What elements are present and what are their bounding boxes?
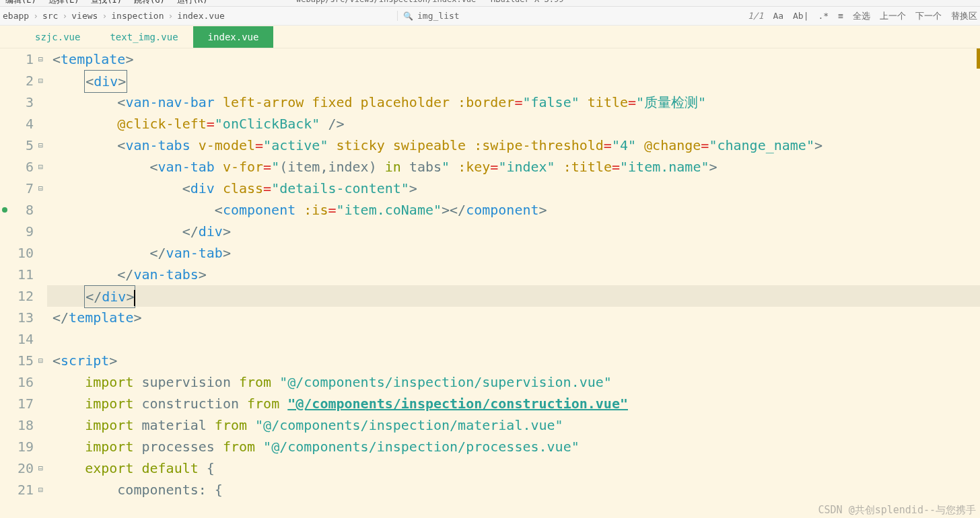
breadcrumb: ebapp› src› views› inspection› index.vue: [3, 11, 225, 21]
word-toggle[interactable]: Ab|: [793, 11, 808, 21]
tab-szjc[interactable]: szjc.vue: [20, 26, 95, 48]
breadcrumb-item[interactable]: index.vue: [177, 11, 224, 21]
breadcrumb-item[interactable]: views: [71, 11, 98, 21]
menu-item[interactable]: 运行(R): [177, 0, 208, 6]
case-toggle[interactable]: Aa: [773, 11, 783, 21]
tab-index[interactable]: index.vue: [193, 26, 274, 48]
prev-button[interactable]: 上一个: [880, 10, 906, 22]
marker-column: [0, 48, 9, 518]
regex-toggle[interactable]: .*: [818, 11, 829, 21]
code-area[interactable]: <template> <div> <van-nav-bar left-arrow…: [47, 48, 980, 518]
search-icon: 🔍: [403, 11, 413, 21]
menu-item[interactable]: 编辑(E): [5, 0, 36, 6]
search-box[interactable]: 🔍 img_list: [397, 11, 460, 21]
search-options: 1/1 Aa Ab| .* ≡ 全选 上一个 下一个 替换区: [748, 10, 977, 22]
window-title: webapp/src/views/inspection/index.vue - …: [296, 0, 563, 4]
menu-item[interactable]: 选择(L): [48, 0, 79, 6]
next-button[interactable]: 下一个: [915, 10, 942, 22]
editor-tabs: szjc.vue text_img.vue index.vue: [0, 26, 980, 48]
editor[interactable]: 1⊟2⊟345⊟6⊟7⊟89101112131415⊟1617181920⊟21…: [0, 48, 980, 518]
toolbar: ebapp› src› views› inspection› index.vue…: [0, 7, 980, 26]
menu-item[interactable]: 跳转(G): [134, 0, 165, 6]
scrollbar-indicator[interactable]: [977, 48, 980, 69]
gutter: 1⊟2⊟345⊟6⊟7⊟89101112131415⊟1617181920⊟21…: [9, 48, 47, 518]
breadcrumb-item[interactable]: src: [42, 11, 58, 21]
select-all-button[interactable]: 全选: [853, 10, 870, 22]
tab-text-img[interactable]: text_img.vue: [95, 26, 193, 48]
breadcrumb-item[interactable]: ebapp: [3, 11, 29, 21]
menu-item[interactable]: 查找(I): [91, 0, 122, 6]
breadcrumb-item[interactable]: inspection: [111, 11, 164, 21]
replace-button[interactable]: 替换区: [951, 10, 977, 22]
lines-icon[interactable]: ≡: [838, 11, 843, 21]
match-count: 1/1: [748, 11, 763, 21]
search-input[interactable]: img_list: [417, 11, 460, 21]
